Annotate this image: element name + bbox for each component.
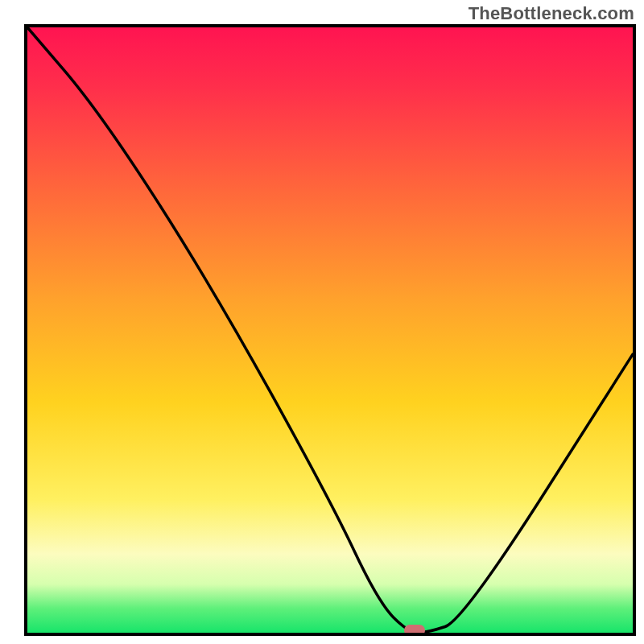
optimal-point-marker (404, 625, 425, 636)
plot-area (24, 24, 636, 636)
watermark-text: TheBottleneck.com (469, 3, 634, 24)
chart-container: TheBottleneck.com (0, 0, 644, 644)
background-gradient (27, 27, 633, 633)
